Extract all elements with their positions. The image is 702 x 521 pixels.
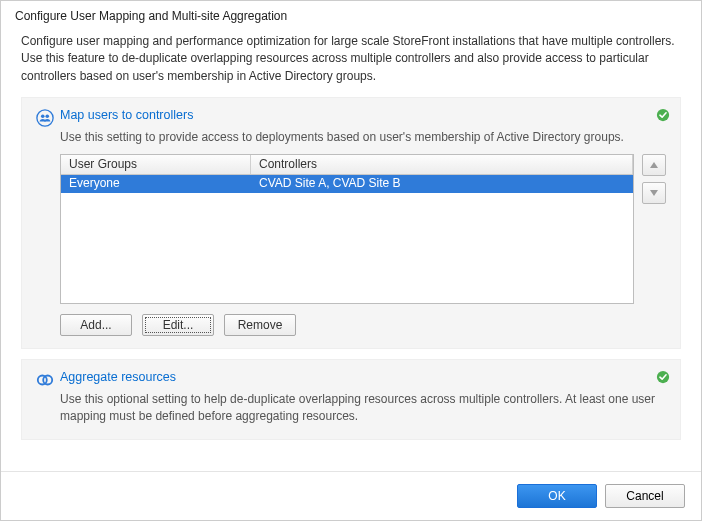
svg-point-2 <box>41 115 45 119</box>
divider <box>1 471 701 472</box>
move-down-button[interactable] <box>642 182 666 204</box>
svg-point-0 <box>657 109 669 121</box>
aggregate-panel: Aggregate resources Use this optional se… <box>21 359 681 440</box>
cancel-button[interactable]: Cancel <box>605 484 685 508</box>
cell-controllers: CVAD Site A, CVAD Site B <box>251 175 633 193</box>
ok-button[interactable]: OK <box>517 484 597 508</box>
col-header-controllers[interactable]: Controllers <box>251 155 633 174</box>
users-icon <box>36 109 54 127</box>
check-icon <box>656 370 670 384</box>
add-button[interactable]: Add... <box>60 314 132 336</box>
move-up-button[interactable] <box>642 154 666 176</box>
map-users-link[interactable]: Map users to controllers <box>60 108 193 122</box>
svg-point-4 <box>657 371 669 383</box>
svg-point-6 <box>43 375 52 384</box>
map-users-panel: Map users to controllers Use this settin… <box>21 97 681 349</box>
map-users-desc: Use this setting to provide access to de… <box>60 129 666 146</box>
col-header-groups[interactable]: User Groups <box>61 155 251 174</box>
check-icon <box>656 108 670 122</box>
aggregate-icon <box>36 371 54 389</box>
table-row[interactable]: Everyone CVAD Site A, CVAD Site B <box>61 175 633 193</box>
dialog-title: Configure User Mapping and Multi-site Ag… <box>1 1 701 33</box>
remove-button[interactable]: Remove <box>224 314 296 336</box>
cell-group: Everyone <box>61 175 251 193</box>
svg-point-3 <box>45 115 49 119</box>
edit-button[interactable]: Edit... <box>142 314 214 336</box>
table-header: User Groups Controllers <box>61 155 633 175</box>
aggregate-desc: Use this optional setting to help de-dup… <box>60 391 666 425</box>
mapping-table[interactable]: User Groups Controllers Everyone CVAD Si… <box>60 154 634 304</box>
dialog-intro: Configure user mapping and performance o… <box>1 33 701 97</box>
svg-point-1 <box>37 110 53 126</box>
aggregate-link[interactable]: Aggregate resources <box>60 370 176 384</box>
